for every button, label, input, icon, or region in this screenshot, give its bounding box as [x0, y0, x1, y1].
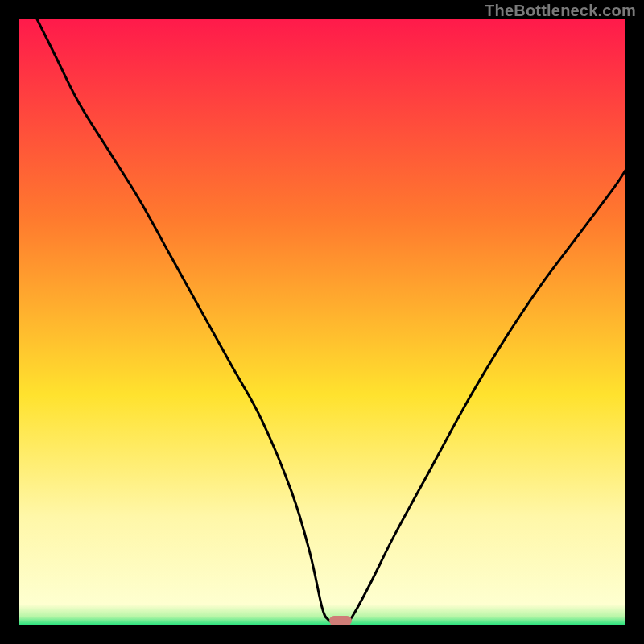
- chart-frame: TheBottleneck.com: [0, 0, 644, 644]
- watermark-text: TheBottleneck.com: [485, 2, 636, 20]
- gradient-background: [19, 19, 625, 625]
- optimal-point-marker: [329, 616, 352, 625]
- plot-svg: [19, 19, 625, 625]
- plot-area: [19, 19, 625, 625]
